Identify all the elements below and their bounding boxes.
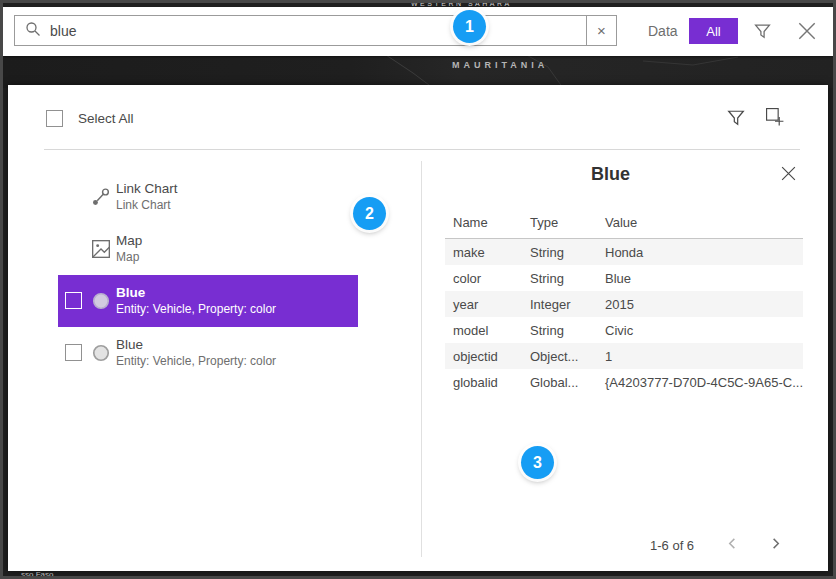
map-icon bbox=[91, 239, 111, 259]
cell-type: String bbox=[522, 245, 597, 260]
cell-type: Object... bbox=[522, 349, 597, 364]
table-header: Name Type Value bbox=[445, 207, 803, 239]
annotation-badge-2: 2 bbox=[353, 197, 386, 230]
search-icon bbox=[25, 21, 41, 41]
cell-type: String bbox=[522, 323, 597, 338]
annotation-badge-1: 1 bbox=[453, 10, 486, 43]
close-icon bbox=[796, 30, 818, 45]
list-item-title: Blue bbox=[116, 284, 276, 301]
cell-type: Integer bbox=[522, 297, 597, 312]
search-toolbar: × Data All bbox=[3, 7, 833, 56]
list-item-title: Blue bbox=[116, 336, 276, 353]
map-top-sliver: WESTERN SAHARA bbox=[3, 3, 833, 7]
results-panel: Select All Link Chart Link Chart bbox=[8, 85, 828, 571]
entity-circle-icon bbox=[91, 291, 111, 311]
filter-icon bbox=[727, 115, 745, 130]
cell-name: year bbox=[445, 297, 522, 312]
map-outline bbox=[3, 53, 833, 88]
search-input[interactable] bbox=[50, 23, 576, 39]
list-item-subtitle: Link Chart bbox=[116, 197, 178, 213]
column-header-value: Value bbox=[597, 215, 803, 230]
cell-value: Civic bbox=[597, 323, 803, 338]
table-row: color String Blue bbox=[445, 265, 803, 291]
cell-value: {A4203777-D70D-4C5C-9A65-C... bbox=[597, 375, 803, 390]
cell-name: objectid bbox=[445, 349, 522, 364]
clear-icon: × bbox=[597, 22, 606, 39]
clear-search-button[interactable]: × bbox=[586, 15, 617, 46]
detail-title: Blue bbox=[438, 164, 783, 185]
cell-name: make bbox=[445, 245, 522, 260]
pagination: 1-6 of 6 bbox=[650, 535, 784, 555]
cell-name: globalid bbox=[445, 375, 522, 390]
item-checkbox[interactable] bbox=[65, 344, 82, 361]
table-row: year Integer 2015 bbox=[445, 291, 803, 317]
chevron-right-icon bbox=[769, 538, 782, 553]
all-filter-button[interactable]: All bbox=[689, 18, 738, 44]
search-field[interactable] bbox=[14, 15, 587, 46]
table-row: model String Civic bbox=[445, 317, 803, 343]
results-list: Link Chart Link Chart Map Map bbox=[58, 171, 358, 379]
close-icon bbox=[780, 170, 797, 185]
frame-plus-icon bbox=[765, 115, 785, 130]
table-row: globalid Global... {A4203777-D70D-4C5C-9… bbox=[445, 369, 803, 395]
select-all-row: Select All bbox=[46, 110, 134, 127]
attribute-table: Name Type Value make String Honda color … bbox=[445, 207, 803, 395]
cell-value: 1 bbox=[597, 349, 803, 364]
entity-circle-icon bbox=[91, 343, 111, 363]
list-item-subtitle: Entity: Vehicle, Property: color bbox=[116, 301, 276, 317]
close-search-button[interactable] bbox=[796, 20, 818, 45]
header-divider bbox=[44, 149, 800, 150]
item-checkbox[interactable] bbox=[65, 292, 82, 309]
cell-type: String bbox=[522, 271, 597, 286]
filter-icon bbox=[754, 28, 771, 43]
select-all-label: Select All bbox=[78, 111, 134, 126]
chevron-left-icon bbox=[726, 538, 739, 553]
screen: WESTERN SAHARA × Data All M bbox=[0, 0, 836, 579]
cell-value: Honda bbox=[597, 245, 803, 260]
results-filter-button[interactable] bbox=[727, 109, 745, 130]
result-item-map[interactable]: Map Map bbox=[58, 223, 358, 275]
cell-value: Blue bbox=[597, 271, 803, 286]
cell-type: Global... bbox=[522, 375, 597, 390]
panel-divider bbox=[421, 161, 422, 557]
table-row: objectid Object... 1 bbox=[445, 343, 803, 369]
column-header-name: Name bbox=[445, 215, 522, 230]
result-item-blue[interactable]: Blue Entity: Vehicle, Property: color bbox=[58, 327, 358, 379]
add-to-selection-button[interactable] bbox=[765, 107, 785, 130]
list-item-title: Link Chart bbox=[116, 180, 178, 197]
list-item-subtitle: Entity: Vehicle, Property: color bbox=[116, 353, 276, 369]
map-label-bottom: sso Faso bbox=[21, 571, 53, 579]
cell-name: color bbox=[445, 271, 522, 286]
table-row: make String Honda bbox=[445, 239, 803, 265]
filter-button[interactable] bbox=[754, 23, 771, 43]
result-item-blue-selected[interactable]: Blue Entity: Vehicle, Property: color bbox=[58, 275, 358, 327]
map-label-mauritania: MAURITANIA bbox=[452, 60, 548, 70]
select-all-checkbox[interactable] bbox=[46, 110, 63, 127]
cell-name: model bbox=[445, 323, 522, 338]
map-label-top: WESTERN SAHARA bbox=[411, 3, 512, 7]
list-item-title: Map bbox=[116, 232, 142, 249]
column-header-type: Type bbox=[522, 215, 597, 230]
list-item-subtitle: Map bbox=[116, 249, 142, 265]
pagination-label: 1-6 of 6 bbox=[650, 538, 694, 553]
result-item-link-chart[interactable]: Link Chart Link Chart bbox=[58, 171, 358, 223]
detail-close-button[interactable] bbox=[778, 165, 798, 185]
annotation-badge-3: 3 bbox=[521, 446, 554, 479]
next-page-button[interactable] bbox=[767, 535, 784, 555]
link-chart-icon bbox=[91, 187, 111, 207]
prev-page-button[interactable] bbox=[724, 535, 741, 555]
cell-value: 2015 bbox=[597, 297, 803, 312]
data-label: Data bbox=[648, 23, 678, 39]
